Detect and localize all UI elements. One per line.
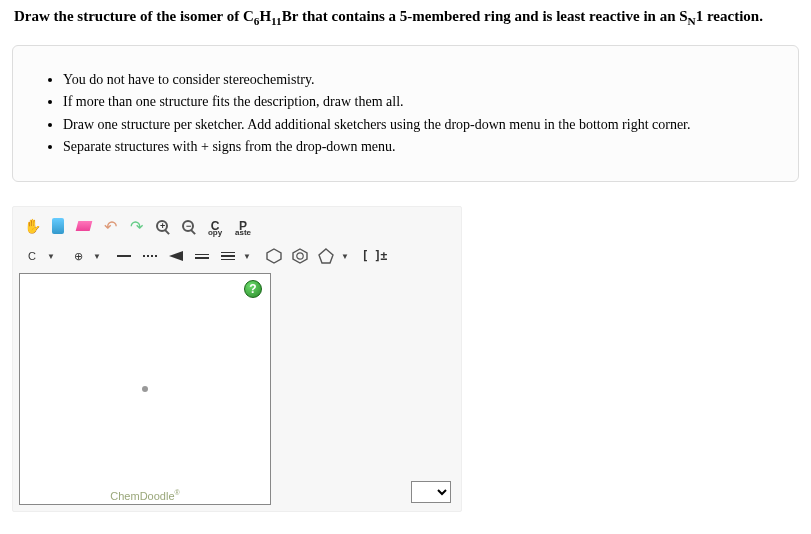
toolbar-bottom: C ▼ ⊕ ▼ ▼ ▼ <box>17 241 457 271</box>
zoom-out-button[interactable]: − <box>175 213 201 239</box>
svg-marker-2 <box>293 249 307 263</box>
ring-dropdown[interactable]: ▼ <box>339 243 351 269</box>
canvas-cursor-dot <box>142 386 148 392</box>
double-bond-icon <box>195 254 209 259</box>
help-icon: ? <box>249 282 256 296</box>
bond-dropdown[interactable]: ▼ <box>241 243 253 269</box>
triple-bond-tool[interactable] <box>215 243 241 269</box>
sketcher-panel: ✋ ↶ ↷ + − C opy P aste C ▼ ⊕ ▼ ▼ <box>12 206 462 512</box>
wedge-icon <box>169 251 183 261</box>
svg-marker-4 <box>319 249 333 263</box>
question-prompt: Draw the structure of the isomer of C6H1… <box>12 8 799 27</box>
benzene-icon <box>292 248 308 264</box>
element-label: C <box>28 250 36 262</box>
pentagon-icon <box>318 248 334 264</box>
charge-tool[interactable]: [ ]± <box>359 243 389 269</box>
cyclopentane-tool[interactable] <box>313 243 339 269</box>
paste-sub: aste <box>235 228 251 237</box>
copy-button[interactable]: C opy <box>201 213 229 239</box>
instruction-item: You do not have to consider stereochemis… <box>63 70 772 90</box>
dotted-bond-icon <box>143 255 157 257</box>
spray-tool[interactable] <box>45 213 71 239</box>
zoom-in-icon: + <box>156 220 168 232</box>
undo-icon: ↶ <box>104 217 117 236</box>
svg-marker-1 <box>267 249 281 263</box>
toolbar-top: ✋ ↶ ↷ + − C opy P aste <box>17 211 457 241</box>
single-bond-tool[interactable] <box>111 243 137 269</box>
open-hand-tool[interactable]: ✋ <box>19 213 45 239</box>
hexagon-icon <box>266 248 282 264</box>
add-dropdown[interactable]: ▼ <box>91 243 103 269</box>
eraser-tool[interactable] <box>71 213 97 239</box>
paste-button[interactable]: P aste <box>229 213 257 239</box>
hand-icon: ✋ <box>24 218 41 234</box>
help-button[interactable]: ? <box>244 280 262 298</box>
add-sketcher-select[interactable] <box>411 481 451 503</box>
element-dropdown[interactable]: ▼ <box>45 243 57 269</box>
plus-icon: ⊕ <box>74 250 83 263</box>
brand-label: ChemDoodle® <box>110 489 179 502</box>
zoom-in-button[interactable]: + <box>149 213 175 239</box>
add-tool[interactable]: ⊕ <box>65 243 91 269</box>
benzene-tool[interactable] <box>287 243 313 269</box>
triple-bond-icon <box>221 252 235 261</box>
redo-icon: ↷ <box>130 217 143 236</box>
double-bond-tool[interactable] <box>189 243 215 269</box>
cyclohexane-tool[interactable] <box>261 243 287 269</box>
sketcher-canvas[interactable]: ? ChemDoodle® <box>19 273 271 505</box>
instruction-item: Separate structures with + signs from th… <box>63 137 772 157</box>
copy-sub: opy <box>208 228 222 237</box>
single-bond-icon <box>117 255 131 257</box>
instruction-item: If more than one structure fits the desc… <box>63 92 772 112</box>
undo-button[interactable]: ↶ <box>97 213 123 239</box>
zoom-out-icon: − <box>182 220 194 232</box>
element-button[interactable]: C <box>19 243 45 269</box>
charge-icon: [ ]± <box>362 249 387 263</box>
dotted-bond-tool[interactable] <box>137 243 163 269</box>
sketcher-dropdown[interactable] <box>411 481 451 503</box>
instructions-box: You do not have to consider stereochemis… <box>12 45 799 182</box>
redo-button[interactable]: ↷ <box>123 213 149 239</box>
svg-point-3 <box>297 253 303 259</box>
instruction-item: Draw one structure per sketcher. Add add… <box>63 115 772 135</box>
svg-marker-0 <box>169 251 183 261</box>
eraser-icon <box>76 221 93 231</box>
wedge-bond-tool[interactable] <box>163 243 189 269</box>
spray-icon <box>52 218 64 234</box>
